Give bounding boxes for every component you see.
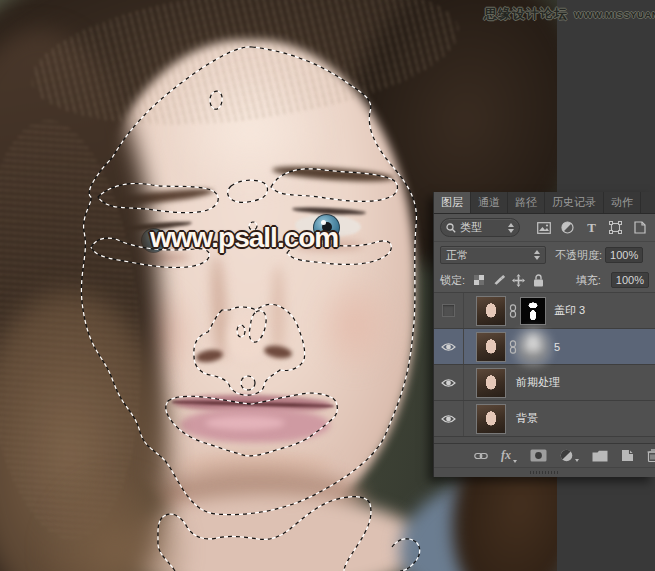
layer-thumbnail[interactable]: [476, 332, 506, 362]
layer-row-5[interactable]: 5: [434, 329, 655, 365]
visibility-toggle[interactable]: [434, 293, 464, 328]
filter-kind-select[interactable]: 类型: [440, 218, 520, 237]
type-layer-filter-icon[interactable]: T: [584, 221, 599, 235]
visibility-toggle[interactable]: [434, 401, 464, 436]
layers-panel: 图层 通道 路径 历史记录 动作 类型 T: [433, 192, 655, 477]
eye-icon: [441, 414, 456, 424]
lock-row: 锁定: 填充: 100%: [434, 268, 655, 293]
layer-name: 背景: [516, 411, 538, 426]
filter-kind-label: 类型: [460, 220, 504, 235]
blend-mode-select[interactable]: 正常: [440, 246, 546, 264]
layer-thumbnail[interactable]: [476, 296, 506, 326]
lock-position-icon[interactable]: [512, 274, 525, 287]
layer-name: 5: [554, 341, 560, 353]
layer-thumbnail[interactable]: [476, 368, 506, 398]
watermark-psall: www.psall.com: [150, 222, 338, 254]
search-icon: [446, 223, 456, 233]
layer-name: 前期处理: [516, 375, 560, 390]
tab-channels[interactable]: 通道: [471, 192, 508, 213]
eye-icon: [441, 378, 456, 388]
blend-mode-row: 正常 不透明度: 100%: [434, 242, 655, 268]
panel-bottom-bar: fx: [434, 443, 655, 467]
lip-highlight: [205, 416, 285, 430]
opacity-value[interactable]: 100%: [605, 247, 643, 263]
link-layers-icon[interactable]: [474, 452, 488, 460]
add-layer-mask-icon[interactable]: [530, 449, 547, 462]
lock-all-icon[interactable]: [532, 274, 545, 287]
new-group-icon[interactable]: [592, 450, 608, 462]
smart-object-filter-icon[interactable]: [632, 221, 647, 235]
layer-mask-thumbnail[interactable]: [520, 297, 546, 325]
panel-tab-bar: 图层 通道 路径 历史记录 动作: [434, 192, 655, 214]
link-mask-icon: [506, 304, 520, 318]
new-adjustment-layer-icon[interactable]: [560, 449, 579, 462]
watermark-missyuan: 思缘设计论坛 WWW.MISSYUAN.COM: [484, 5, 655, 23]
visibility-off-box: [442, 304, 455, 317]
new-layer-icon[interactable]: [621, 449, 634, 462]
pixel-layer-filter-icon[interactable]: [536, 221, 551, 235]
layer-mask-thumbnail-selected[interactable]: [520, 333, 546, 361]
shape-layer-filter-icon[interactable]: [608, 221, 623, 235]
nose-tip: [228, 315, 266, 360]
fill-label: 填充:: [576, 273, 601, 288]
layers-list: 盖印 3 5 前期处理: [434, 293, 655, 443]
opacity-label: 不透明度:: [555, 248, 602, 263]
fill-value[interactable]: 100%: [611, 272, 649, 288]
tab-paths[interactable]: 路径: [508, 192, 545, 213]
tab-layers[interactable]: 图层: [434, 192, 471, 213]
blend-mode-spinner-icon: [534, 250, 540, 260]
eye-icon: [441, 342, 456, 352]
tab-history[interactable]: 历史记录: [545, 192, 604, 213]
layer-filter-row: 类型 T: [434, 214, 655, 242]
photoshop-window: www.psall.com 思缘设计论坛 WWW.MISSYUAN.COM 图层…: [0, 0, 655, 571]
tab-actions[interactable]: 动作: [604, 192, 641, 213]
panel-resize-grip[interactable]: [434, 467, 655, 477]
lock-paint-icon[interactable]: [492, 274, 505, 287]
blend-mode-value: 正常: [446, 248, 468, 263]
visibility-toggle[interactable]: [434, 365, 464, 400]
link-mask-icon: [506, 340, 520, 354]
layer-row-background[interactable]: 背景: [434, 401, 655, 437]
lock-transparency-icon[interactable]: [472, 274, 485, 287]
watermark-site-name: 思缘设计论坛: [484, 5, 568, 23]
layer-thumbnail[interactable]: [476, 404, 506, 434]
visibility-toggle[interactable]: [434, 329, 464, 364]
layer-name: 盖印 3: [554, 303, 585, 318]
filter-kind-spinner-icon: [508, 223, 514, 233]
lock-label: 锁定:: [440, 273, 465, 288]
adjustment-layer-filter-icon[interactable]: [560, 221, 575, 235]
watermark-site-url: WWW.MISSYUAN.COM: [574, 9, 655, 20]
delete-layer-icon[interactable]: [647, 449, 655, 462]
right-cheek: [310, 270, 400, 380]
layer-row-qianqichuli[interactable]: 前期处理: [434, 365, 655, 401]
filter-type-buttons: T: [536, 221, 649, 235]
layer-row-gaiyin3[interactable]: 盖印 3: [434, 293, 655, 329]
layer-style-icon[interactable]: fx: [501, 448, 517, 463]
